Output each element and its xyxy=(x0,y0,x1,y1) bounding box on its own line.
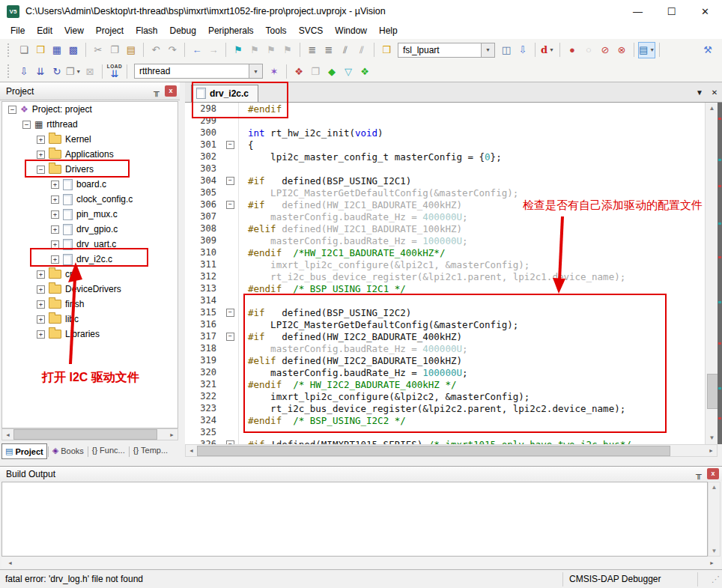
enable-breakpoint-icon[interactable]: ○ xyxy=(580,42,597,58)
tab-templates[interactable]: {}Temp... xyxy=(130,443,171,457)
outdent-icon[interactable]: ≣ xyxy=(304,42,321,58)
nav-forward-icon[interactable]: → xyxy=(205,42,222,58)
panel-close-icon[interactable]: x xyxy=(707,468,719,479)
menu-peripherals[interactable]: Peripherals xyxy=(202,23,260,38)
scroll-down-icon[interactable]: ▼ xyxy=(706,432,718,444)
uncomment-icon[interactable]: ⫽ xyxy=(354,42,370,58)
code-line-323[interactable]: 323 rt_i2c_bus_device_register(&lpi2c2.p… xyxy=(185,402,705,414)
code-line-303[interactable]: 303 xyxy=(185,163,705,175)
close-button[interactable]: ✕ xyxy=(688,1,722,22)
tree-item-rtthread[interactable]: −▦rtthread xyxy=(2,117,178,132)
tree-item-finsh[interactable]: +finsh xyxy=(2,297,178,312)
code-line-315[interactable]: 315−#if defined(BSP_USING_I2C2) xyxy=(185,306,705,318)
menu-tools[interactable]: Tools xyxy=(260,23,293,38)
tree-item-cpu[interactable]: +cpu xyxy=(2,267,178,282)
build-icon[interactable]: ⇊ xyxy=(32,63,49,79)
code-line-305[interactable]: 305 LPI2C_MasterGetDefaultConfig(&master… xyxy=(185,187,705,198)
fold-margin[interactable]: − xyxy=(222,306,239,318)
code-line-313[interactable]: 313#endif /* BSP_USING_I2C1 */ xyxy=(185,282,705,294)
resize-grip[interactable]: ⋰ xyxy=(712,575,722,584)
incremental-find-icon[interactable]: ⇩ xyxy=(515,42,531,58)
fold-collapse-icon[interactable]: − xyxy=(226,177,234,185)
bookmark-prev-icon[interactable]: ⚑ xyxy=(246,42,263,58)
search-term-combo[interactable]: fsl_lpuart▼ xyxy=(398,43,495,58)
nav-back-icon[interactable]: ← xyxy=(189,42,205,58)
comment-icon[interactable]: ⫽ xyxy=(337,42,354,58)
tree-item-project-project[interactable]: −❖Project: project xyxy=(2,102,178,117)
expand-icon[interactable]: + xyxy=(51,225,59,234)
panel-splitter[interactable] xyxy=(180,82,185,466)
pin-icon[interactable]: ╥ xyxy=(151,85,163,97)
collapse-icon[interactable]: − xyxy=(8,106,16,114)
code-line-324[interactable]: 324#endif /* BSP_USING_I2C2 */ xyxy=(185,414,705,426)
scroll-down-icon[interactable]: ▼ xyxy=(709,548,720,554)
batch-build-icon-dropdown[interactable]: ▼ xyxy=(76,69,81,74)
search-term-combo-dropdown-icon[interactable]: ▼ xyxy=(481,43,494,57)
expand-icon[interactable]: + xyxy=(37,136,45,144)
scrollbar-thumb[interactable] xyxy=(197,446,670,456)
menu-help[interactable]: Help xyxy=(373,23,404,38)
batch-build-icon[interactable]: ❐▼ xyxy=(65,63,82,79)
expand-icon[interactable]: + xyxy=(37,300,45,309)
fold-margin[interactable]: − xyxy=(222,438,239,444)
manage-rte-icon[interactable]: ◆ xyxy=(324,63,340,79)
fold-collapse-icon[interactable]: − xyxy=(226,333,234,341)
expand-icon[interactable]: + xyxy=(37,151,45,159)
scroll-up-icon[interactable]: ▲ xyxy=(706,103,718,115)
code-line-299[interactable]: 299 xyxy=(185,115,705,127)
scroll-up-icon[interactable]: ▲ xyxy=(709,484,720,491)
code-line-320[interactable]: 320 masterConfig.baudRate_Hz = 100000U; xyxy=(185,366,705,378)
find-in-files-icon[interactable]: ❒ xyxy=(378,42,395,58)
code-line-298[interactable]: 298#endif xyxy=(185,103,705,115)
tree-item-drv-i2c-c[interactable]: +drv_i2c.c xyxy=(2,252,178,267)
scroll-right-icon[interactable]: ► xyxy=(706,560,718,566)
expand-icon[interactable]: + xyxy=(37,285,45,294)
expand-icon[interactable]: + xyxy=(51,196,59,204)
tab-close-icon[interactable]: ✕ xyxy=(707,85,722,99)
fold-collapse-icon[interactable]: − xyxy=(226,141,234,149)
scrollbar-thumb[interactable] xyxy=(707,374,718,409)
code-line-308[interactable]: 308#elif defined(HW_I2C1_BADURATE_100kHZ… xyxy=(185,222,705,234)
tree-item-drivers[interactable]: −Drivers xyxy=(2,162,178,177)
fold-collapse-icon[interactable]: − xyxy=(226,201,234,209)
code-line-317[interactable]: 317−#if defined(HW_I2C2_BADURATE_400kHZ) xyxy=(185,330,705,342)
menu-file[interactable]: File xyxy=(4,23,31,38)
fold-margin[interactable]: − xyxy=(222,175,239,187)
target-combo[interactable]: rtthread▼ xyxy=(134,64,263,79)
save-icon[interactable]: ▦ xyxy=(49,42,65,58)
scroll-left-icon[interactable]: ◄ xyxy=(2,432,13,437)
expand-icon[interactable]: + xyxy=(51,181,59,189)
expand-icon[interactable]: + xyxy=(51,255,59,264)
disable-all-breakpoints-icon[interactable]: ⊘ xyxy=(597,42,613,58)
code-line-302[interactable]: 302 lpi2c_master_config_t masterConfig =… xyxy=(185,151,705,163)
tab-list-dropdown-icon[interactable]: ▼ xyxy=(692,85,707,99)
window-views-icon-dropdown[interactable]: ▼ xyxy=(649,47,655,52)
tab-functions[interactable]: {}Func... xyxy=(89,443,128,457)
options-for-target-icon[interactable]: ✶ xyxy=(266,63,282,79)
editor-vscrollbar[interactable]: ▲ ▼ xyxy=(705,103,718,444)
rebuild-icon[interactable]: ↻ xyxy=(49,63,65,79)
bookmark-clear-icon[interactable]: ⚑ xyxy=(279,42,296,58)
menu-window[interactable]: Window xyxy=(329,23,373,38)
code-line-318[interactable]: 318 masterConfig.baudRate_Hz = 400000U; xyxy=(185,342,705,354)
scroll-left-icon[interactable]: ◄ xyxy=(4,560,16,566)
code-line-326[interactable]: 326−#if !defined(MIMXRT1015_SERIES) /* i… xyxy=(185,438,705,444)
fold-collapse-icon[interactable]: − xyxy=(226,309,234,317)
code-line-319[interactable]: 319#elif defined(HW_I2C2_BADURATE_100kHZ… xyxy=(185,354,705,366)
code-line-311[interactable]: 311 imxrt_lpi2c_configure(&lpi2c1, &mast… xyxy=(185,258,705,270)
copy-icon[interactable]: ❐ xyxy=(106,42,123,58)
indent-icon[interactable]: ≣ xyxy=(321,42,337,58)
collapse-icon[interactable]: − xyxy=(22,121,31,129)
fold-margin[interactable]: − xyxy=(222,330,239,342)
tree-item-devicedrivers[interactable]: +DeviceDrivers xyxy=(2,282,178,297)
scroll-right-icon[interactable]: ► xyxy=(166,432,178,437)
expand-icon[interactable]: + xyxy=(37,330,45,339)
configure-wrench-icon[interactable]: ⚒ xyxy=(700,42,716,58)
scroll-right-icon[interactable]: ► xyxy=(706,448,717,453)
tree-item-pin-mux-c[interactable]: +pin_mux.c xyxy=(2,207,178,222)
fold-margin[interactable]: − xyxy=(222,198,239,210)
expand-icon[interactable]: + xyxy=(51,210,59,219)
code-line-314[interactable]: 314 xyxy=(185,294,705,306)
fold-margin[interactable]: − xyxy=(222,139,239,151)
lookup-icon-dropdown[interactable]: ▼ xyxy=(549,47,554,52)
